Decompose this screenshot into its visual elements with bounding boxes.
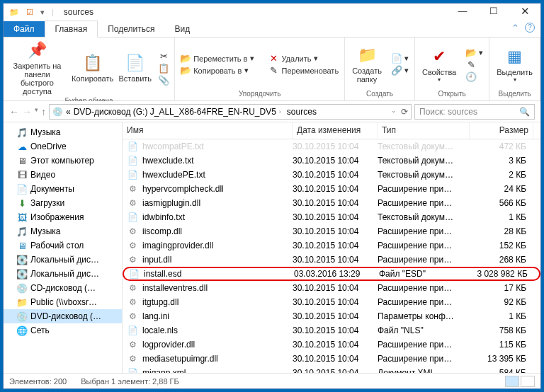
help-icon[interactable]: ?	[525, 23, 535, 33]
file-name: locale.nls	[142, 325, 178, 335]
history-icon[interactable]: 🕘	[463, 71, 486, 82]
tree-item-icon: 🖥	[16, 155, 28, 166]
file-row[interactable]: ⚙mediasetupuimgr.dll30.10.2015 10:04Расш…	[123, 352, 540, 366]
file-size: 3 028 982 КБ	[471, 269, 535, 279]
paste-button[interactable]: 📄Вставить	[117, 52, 153, 84]
collapse-ribbon-icon[interactable]: ⌃	[511, 23, 519, 33]
tree-item-icon: ☁	[16, 141, 28, 152]
search-box[interactable]: Поиск: sources 🔍	[414, 104, 535, 120]
bc-dropdown-icon[interactable]: ⌄	[391, 107, 397, 117]
qat-dropdown-icon[interactable]: ▾	[40, 8, 45, 17]
up-button[interactable]: ↑	[41, 106, 46, 117]
file-size: 115 КБ	[470, 340, 533, 350]
properties-button[interactable]: ✔Свойства▾	[418, 45, 460, 84]
file-row[interactable]: ⚙imagingprovider.dll30.10.2015 10:04Расш…	[123, 238, 540, 253]
view-details-icon[interactable]	[505, 376, 519, 387]
tree-item[interactable]: ☁OneDrive	[4, 139, 122, 154]
tree-item-label: Public (\\vboxsr…	[30, 297, 97, 307]
move-to-button[interactable]: 📂Переместить в ▾	[178, 53, 257, 64]
tree-item[interactable]: 🖥Рабочий стол	[4, 238, 122, 253]
back-button[interactable]: ←	[9, 106, 19, 117]
new-item-icon[interactable]: 📄▾	[389, 53, 412, 64]
ribbon-tabs: Файл Главная Поделиться Вид ⌃ ?	[4, 21, 540, 38]
edit-icon[interactable]: ✎	[463, 59, 486, 70]
file-row[interactable]: 📄hwexclude.txt30.10.2015 10:04Текстовый …	[123, 154, 540, 168]
tree-item-icon: 📁	[16, 296, 28, 308]
tab-file[interactable]: Файл	[4, 21, 45, 37]
tree-item-icon: 💽	[16, 268, 28, 279]
easy-access-icon[interactable]: 🔗▾	[389, 65, 412, 76]
file-row[interactable]: 📄migapp.xml30.10.2015 10:04Документ XML5…	[123, 366, 540, 373]
column-headers[interactable]: Имя Дата изменения Тип Размер	[123, 122, 540, 139]
tree-item[interactable]: 🌐Сеть	[4, 323, 122, 338]
file-row[interactable]: 📄install.esd03.03.2016 13:29Файл "ESD"3 …	[123, 267, 540, 281]
file-row[interactable]: 📄hwcompatPE.txt30.10.2015 10:04Текстовый…	[123, 139, 540, 154]
recent-dropdown[interactable]: ▾	[35, 106, 38, 117]
cut-icon[interactable]: ✂	[156, 50, 171, 62]
copy-button[interactable]: 📋Копировать	[71, 52, 114, 84]
file-row[interactable]: ⚙iasmigplugin.dll30.10.2015 10:04Расшире…	[123, 196, 540, 210]
file-row[interactable]: 📄locale.nls30.10.2015 10:04Файл "NLS"758…	[123, 323, 540, 338]
ribbon: 📌Закрепить на панели быстрого доступа 📋К…	[4, 38, 540, 101]
tree-item[interactable]: 💽Локальный дис…	[4, 267, 122, 281]
file-type: Расширение при…	[378, 241, 470, 250]
close-button[interactable]: ✕	[509, 4, 540, 21]
select-button[interactable]: ▦Выделить▾	[492, 45, 537, 84]
file-date: 30.10.2015 10:04	[293, 156, 378, 166]
paste-shortcut-icon[interactable]: 📎	[156, 74, 171, 86]
open-icon[interactable]: 📂▾	[463, 47, 486, 58]
item-count: Элементов: 200	[9, 377, 67, 386]
tree-item[interactable]: 📄Документы	[4, 182, 122, 196]
tab-share[interactable]: Поделиться	[98, 21, 164, 37]
pin-button[interactable]: 📌Закрепить на панели быстрого доступа	[6, 39, 68, 97]
tree-item[interactable]: 🖼Изображения	[4, 210, 122, 224]
breadcrumb[interactable]: 💿 « DVD-дисковод (G:) J_ALL_X86-64FRE_EN…	[49, 104, 412, 120]
file-row[interactable]: ⚙installeventres.dll30.10.2015 10:04Расш…	[123, 281, 540, 295]
file-date: 30.10.2015 10:04	[293, 226, 378, 236]
status-bar: Элементов: 200 Выбран 1 элемент: 2,88 ГБ	[4, 373, 540, 388]
tree-item[interactable]: 💽Локальный дис…	[4, 253, 122, 267]
tree-item[interactable]: 🎞Видео	[4, 168, 122, 182]
file-icon: 📄	[127, 155, 138, 166]
minimize-button[interactable]: —	[447, 4, 478, 21]
delete-button[interactable]: ✕Удалить ▾	[266, 53, 341, 64]
file-icon: ⚙	[127, 226, 138, 237]
tree-item[interactable]: 🎵Музыка	[4, 125, 122, 139]
tree-item-icon: 💽	[16, 254, 28, 265]
file-row[interactable]: ⚙lang.ini30.10.2015 10:04Параметры конф……	[123, 309, 540, 323]
file-list: Имя Дата изменения Тип Размер 📄hwcompatP…	[123, 122, 540, 373]
tree-item-icon: 📄	[16, 183, 28, 195]
check-icon[interactable]: ☑	[26, 8, 33, 17]
view-icons-icon[interactable]	[521, 376, 535, 387]
file-date: 30.10.2015 10:04	[293, 170, 378, 180]
window-title: sources	[64, 7, 94, 17]
tree-item[interactable]: 🖥Этот компьютер	[4, 154, 122, 168]
new-folder-button[interactable]: 📁Создать папку	[348, 44, 386, 85]
file-row[interactable]: 📄idwbinfo.txt30.10.2015 10:04Текстовый д…	[123, 210, 540, 224]
tree-item[interactable]: 🎵Музыка	[4, 224, 122, 238]
tree-item[interactable]: 💿DVD-дисковод (…	[4, 309, 122, 323]
forward-button[interactable]: →	[22, 106, 32, 117]
tree-item[interactable]: 📁Public (\\vboxsr…	[4, 295, 122, 309]
copy-to-button[interactable]: 📂Копировать в ▾	[178, 65, 257, 76]
file-name: input.dll	[142, 255, 171, 265]
file-row[interactable]: ⚙iiscomp.dll30.10.2015 10:04Расширение п…	[123, 224, 540, 238]
tab-view[interactable]: Вид	[164, 21, 200, 37]
maximize-button[interactable]: ☐	[478, 4, 509, 21]
tree-item[interactable]: 💿CD-дисковод (…	[4, 281, 122, 295]
file-name: imagingprovider.dll	[142, 241, 213, 250]
file-row[interactable]: 📄hwexcludePE.txt30.10.2015 10:04Текстовы…	[123, 168, 540, 182]
nav-tree[interactable]: 🎵Музыка☁OneDrive🖥Этот компьютер🎞Видео📄До…	[4, 122, 123, 373]
rename-button[interactable]: ✎Переименовать	[266, 65, 341, 76]
tree-item-icon: 🎵	[16, 127, 28, 138]
tab-home[interactable]: Главная	[45, 21, 98, 38]
file-type: Расширение при…	[378, 354, 470, 364]
tree-item[interactable]: ⬇Загрузки	[4, 196, 122, 210]
file-row[interactable]: ⚙itgtupg.dll30.10.2015 10:04Расширение п…	[123, 295, 540, 309]
file-row[interactable]: ⚙hypervcomplcheck.dll30.10.2015 10:04Рас…	[123, 182, 540, 196]
copy-path-icon[interactable]: 📋	[156, 62, 171, 74]
file-row[interactable]: ⚙input.dll30.10.2015 10:04Расширение при…	[123, 253, 540, 267]
file-icon: ⚙	[127, 197, 138, 209]
refresh-icon[interactable]: ⟳	[401, 107, 408, 117]
file-row[interactable]: ⚙logprovider.dll30.10.2015 10:04Расширен…	[123, 338, 540, 352]
